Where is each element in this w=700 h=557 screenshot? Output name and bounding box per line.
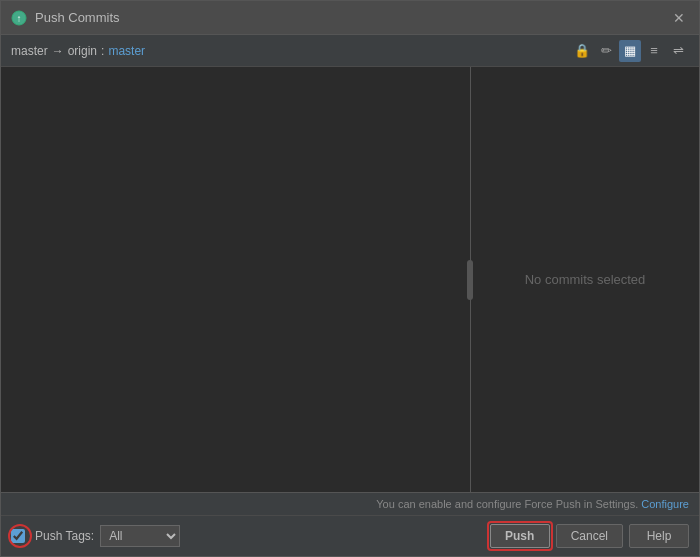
list-icon[interactable]: ≡ [643,40,665,62]
edit-icon[interactable]: ✏ [595,40,617,62]
footer: You can enable and configure Force Push … [1,492,699,556]
close-button[interactable]: ✕ [669,8,689,28]
footer-actions: Push Tags: All None Annotated Push Cance… [1,516,699,556]
push-commits-dialog: ↑ Push Commits ✕ master → origin : maste… [0,0,700,557]
divider-handle[interactable] [467,260,473,300]
title-bar-left: ↑ Push Commits [11,10,120,26]
push-tags-checkbox[interactable] [11,529,25,543]
left-panel [1,67,471,492]
push-tags-checkbox-wrapper [11,527,29,545]
configure-link[interactable]: Configure [641,498,689,510]
help-button[interactable]: Help [629,524,689,548]
no-commits-text: No commits selected [525,272,646,287]
filter-icon[interactable]: ⇌ [667,40,689,62]
footer-info-text: You can enable and configure Force Push … [376,498,638,510]
separator: : [101,44,104,58]
push-tags-select[interactable]: All None Annotated [100,525,180,547]
target-branch-link[interactable]: master [108,44,145,58]
branch-info: master → origin : master [11,44,145,58]
svg-text:↑: ↑ [17,13,22,24]
right-panel: No commits selected [471,67,699,492]
title-bar: ↑ Push Commits ✕ [1,1,699,35]
action-buttons: Push Cancel Help [490,524,689,548]
arrow: → [52,44,64,58]
main-content: No commits selected [1,67,699,492]
lock-icon[interactable]: 🔒 [571,40,593,62]
branch-bar: master → origin : master 🔒 ✏ ▦ ≡ ⇌ [1,35,699,67]
source-branch: master [11,44,48,58]
remote-name: origin [68,44,97,58]
push-button[interactable]: Push [490,524,550,548]
footer-info: You can enable and configure Force Push … [1,493,699,516]
toolbar-icons: 🔒 ✏ ▦ ≡ ⇌ [571,40,689,62]
git-push-icon: ↑ [11,10,27,26]
grid-icon[interactable]: ▦ [619,40,641,62]
cancel-button[interactable]: Cancel [556,524,623,548]
push-tags-label: Push Tags: [35,529,94,543]
push-tags-area: Push Tags: All None Annotated [11,525,180,547]
dialog-title: Push Commits [35,10,120,25]
